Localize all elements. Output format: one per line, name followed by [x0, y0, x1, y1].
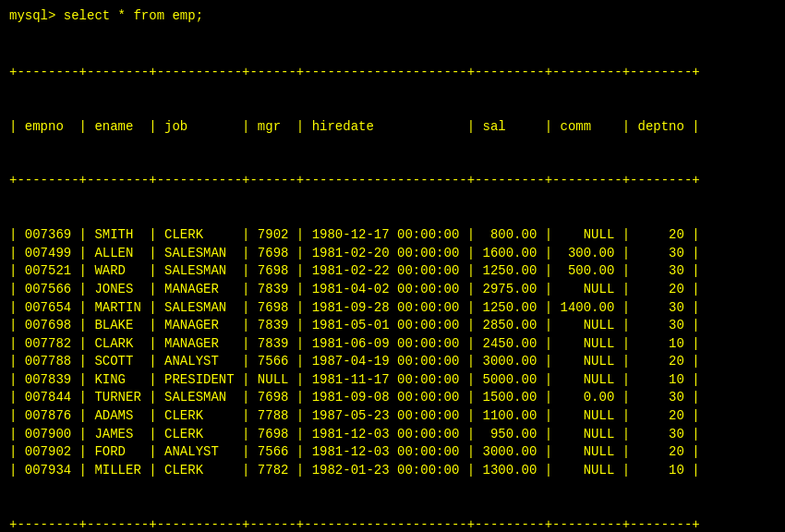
table-row: | 007369 | SMITH | CLERK | 7902 | 1980-1… — [9, 226, 776, 245]
table-row: | 007839 | KING | PRESIDENT | NULL | 198… — [9, 371, 776, 390]
table-row: | 007654 | MARTIN | SALESMAN | 7698 | 19… — [9, 299, 776, 318]
terminal: mysql> select * from emp; +--------+----… — [9, 7, 776, 532]
emp-footer: +--------+--------+-----------+------+--… — [9, 516, 776, 532]
table-row: | 007876 | ADAMS | CLERK | 7788 | 1987-0… — [9, 407, 776, 426]
emp-header-line: +--------+--------+-----------+------+--… — [9, 64, 776, 82]
table-row: | 007566 | JONES | MANAGER | 7839 | 1981… — [9, 281, 776, 299]
table-row: | 007782 | CLARK | MANAGER | 7839 | 1981… — [9, 335, 776, 354]
emp-section: mysql> select * from emp; +--------+----… — [9, 7, 776, 532]
table-row: | 007788 | SCOTT | ANALYST | 7566 | 1987… — [9, 353, 776, 371]
table-row: | 007934 | MILLER | CLERK | 7782 | 1982-… — [9, 462, 776, 480]
emp-separator: +--------+--------+-----------+------+--… — [9, 172, 776, 190]
emp-header: | empno | ename | job | mgr | hiredate |… — [9, 118, 776, 137]
emp-table: +--------+--------+-----------+------+--… — [9, 28, 776, 532]
emp-rows: | 007369 | SMITH | CLERK | 7902 | 1980-1… — [9, 226, 776, 479]
table-row: | 007900 | JAMES | CLERK | 7698 | 1981-1… — [9, 426, 776, 444]
table-row: | 007521 | WARD | SALESMAN | 7698 | 1981… — [9, 262, 776, 281]
table-row: | 007698 | BLAKE | MANAGER | 7839 | 1981… — [9, 317, 776, 335]
table-row: | 007902 | FORD | ANALYST | 7566 | 1981-… — [9, 443, 776, 462]
query1: mysql> select * from emp; — [9, 7, 776, 26]
table-row: | 007499 | ALLEN | SALESMAN | 7698 | 198… — [9, 245, 776, 263]
table-row: | 007844 | TURNER | SALESMAN | 7698 | 19… — [9, 389, 776, 407]
